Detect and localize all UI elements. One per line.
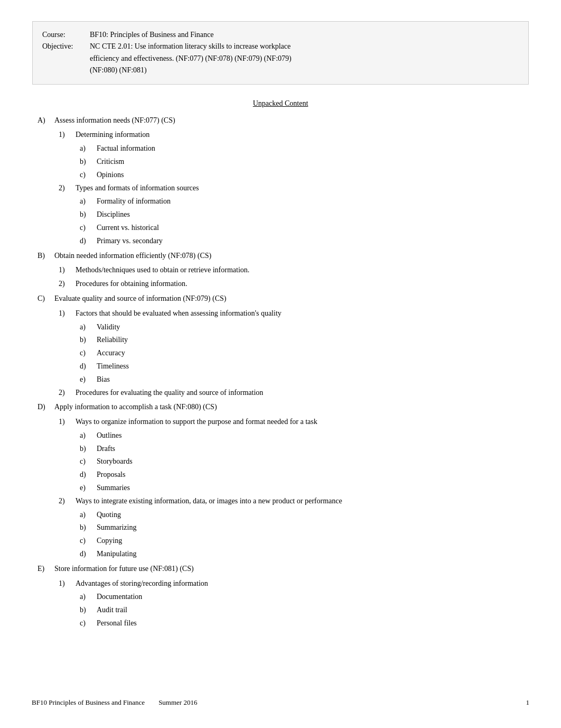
footer-course: BF10 Principles of Business and Finance [32, 698, 145, 706]
section-d-2-b: b) Summarizing [80, 521, 529, 534]
section-e-1-text: Advantages of storing/recording informat… [76, 577, 529, 590]
section-a-1: 1) Determining information [59, 128, 529, 141]
objective-line1: NC CTE 2.01: Use information literacy sk… [90, 42, 291, 50]
section-b-1-text: Methods/techniques used to obtain or ret… [76, 264, 529, 277]
section-a-1-b-text: Criticism [97, 155, 529, 168]
objective-value: NC CTE 2.01: Use information literacy sk… [90, 41, 519, 76]
section-d-2-c: c) Copying [80, 535, 529, 547]
section-e-1: 1) Advantages of storing/recording infor… [59, 577, 529, 590]
section-e-1-c: c) Personal files [80, 617, 529, 630]
section-a-2-b: b) Disciplines [80, 208, 529, 221]
section-a-1-c-marker: c) [80, 169, 95, 181]
section-a-1-b: b) Criticism [80, 155, 529, 168]
section-a-text: Assess information needs (NF:077) (CS) [54, 114, 529, 127]
section-c-marker: C) [38, 292, 52, 305]
section-c-1-c-marker: c) [80, 347, 95, 360]
section-c-1-c: c) Accuracy [80, 347, 529, 360]
section-c-1-d-marker: d) [80, 360, 95, 373]
section-d-2-b-text: Summarizing [97, 521, 529, 534]
section-d-2-b-marker: b) [80, 521, 95, 534]
section-d-1-b-text: Drafts [97, 443, 529, 455]
section-b-2: 2) Procedures for obtaining information. [59, 278, 529, 290]
section-d-1-e: e) Summaries [80, 482, 529, 494]
section-b-2-text: Procedures for obtaining information. [76, 278, 529, 290]
footer-page: 1 [513, 698, 529, 707]
section-d-1-a: a) Outlines [80, 429, 529, 442]
section-d-2-c-text: Copying [97, 535, 529, 547]
section-c-text: Evaluate quality and source of informati… [54, 292, 529, 305]
section-b-2-marker: 2) [59, 278, 73, 290]
section-d-1-e-marker: e) [80, 482, 95, 494]
section-a-1-c-text: Opinions [97, 169, 529, 181]
objective-row: Objective: NC CTE 2.01: Use information … [42, 41, 519, 76]
section-a-2-a: a) Formality of information [80, 195, 529, 208]
course-value: BF10: Principles of Business and Finance [90, 29, 519, 41]
section-d-1-a-text: Outlines [97, 429, 529, 442]
footer: BF10 Principles of Business and Finance … [32, 698, 529, 707]
section-b-1-marker: 1) [59, 264, 73, 277]
section-c-1-text: Factors that should be evaluated when as… [76, 307, 529, 320]
section-c-1-b: b) Reliability [80, 334, 529, 346]
section-c-1-marker: 1) [59, 307, 73, 320]
section-d-2-d-marker: d) [80, 548, 95, 560]
section-e-1-b: b) Audit trail [80, 604, 529, 616]
section-d-1-d-marker: d) [80, 468, 95, 481]
section-a-2-a-text: Formality of information [97, 195, 529, 208]
footer-left: BF10 Principles of Business and Finance … [32, 698, 197, 707]
section-e-1-marker: 1) [59, 577, 73, 590]
objective-label: Objective: [42, 41, 85, 76]
section-d-1-c-marker: c) [80, 455, 95, 468]
section-d-2-d-text: Manipulating [97, 548, 529, 560]
section-a-2-d: d) Primary vs. secondary [80, 235, 529, 247]
section-c-1-e-text: Bias [97, 373, 529, 386]
section-e-1-a-text: Documentation [97, 591, 529, 603]
section-a-1-a: a) Factual information [80, 142, 529, 155]
section-c-1-d: d) Timeliness [80, 360, 529, 373]
section-a-2-d-text: Primary vs. secondary [97, 235, 529, 247]
section-e-1-b-text: Audit trail [97, 604, 529, 616]
section-e-1-c-marker: c) [80, 617, 95, 630]
section-a-marker: A) [38, 114, 52, 127]
section-d-1-c: c) Storyboards [80, 455, 529, 468]
section-e-marker: E) [38, 563, 52, 575]
section-d-1-c-text: Storyboards [97, 455, 529, 468]
section-e-1-a-marker: a) [80, 591, 95, 603]
section-e-1-b-marker: b) [80, 604, 95, 616]
section-d-marker: D) [38, 401, 52, 413]
section-d-2-a-marker: a) [80, 509, 95, 521]
section-a-2-c-marker: c) [80, 222, 95, 234]
section-c-1-e: e) Bias [80, 373, 529, 386]
section-d-2-c-marker: c) [80, 535, 95, 547]
section-d-1-b-marker: b) [80, 443, 95, 455]
section-a-2-b-marker: b) [80, 208, 95, 221]
footer-semester: Summer 2016 [158, 698, 197, 706]
section-c-2-text: Procedures for evaluating the quality an… [76, 386, 529, 399]
section-c-1-a-marker: a) [80, 321, 95, 334]
section-d-2-text: Ways to integrate existing information, … [76, 495, 529, 508]
section-b-text: Obtain needed information efficiently (N… [54, 250, 529, 262]
section-a-2-b-text: Disciplines [97, 208, 529, 221]
section-b-marker: B) [38, 250, 52, 262]
section-d: D) Apply information to accomplish a tas… [38, 401, 529, 413]
section-d-2-marker: 2) [59, 495, 73, 508]
section-a-1-c: c) Opinions [80, 169, 529, 181]
section-a-2-a-marker: a) [80, 195, 95, 208]
course-row: Course: BF10: Principles of Business and… [42, 29, 519, 41]
section-d-2: 2) Ways to integrate existing informatio… [59, 495, 529, 508]
section-c-1-a-text: Validity [97, 321, 529, 334]
section-d-1-b: b) Drafts [80, 443, 529, 455]
section-c-1-d-text: Timeliness [97, 360, 529, 373]
header-box: Course: BF10: Principles of Business and… [32, 21, 529, 85]
section-d-2-d: d) Manipulating [80, 548, 529, 560]
section-e-text: Store information for future use (NF:081… [54, 563, 529, 575]
section-a-1-a-marker: a) [80, 142, 95, 155]
section-c-1-e-marker: e) [80, 373, 95, 386]
objective-line2: efficiency and effectiveness. (NF:077) (… [90, 54, 292, 62]
section-a-1-text: Determining information [76, 128, 529, 141]
section-a-2-c: c) Current vs. historical [80, 222, 529, 234]
section-d-1-text: Ways to organize information to support … [76, 416, 529, 428]
section-a-2-marker: 2) [59, 182, 73, 195]
section-c: C) Evaluate quality and source of inform… [38, 292, 529, 305]
section-d-1-e-text: Summaries [97, 482, 529, 494]
section-d-text: Apply information to accomplish a task (… [54, 401, 529, 413]
